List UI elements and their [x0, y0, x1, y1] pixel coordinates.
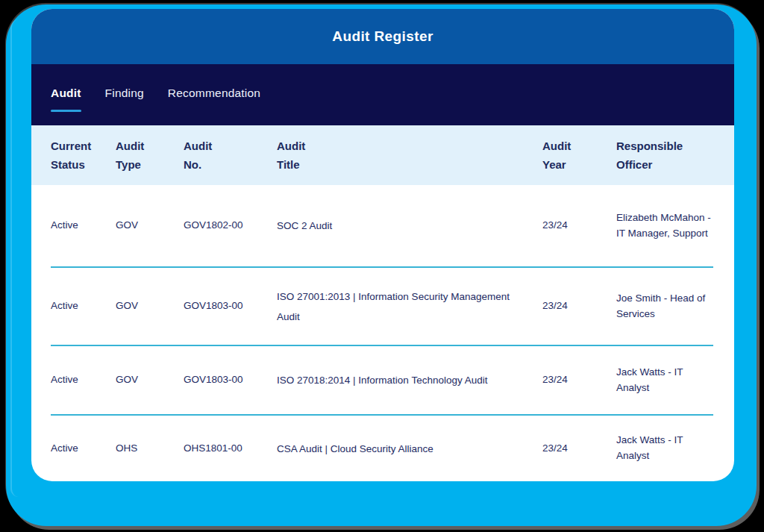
cell-audit-no: GOV1803-00 — [184, 372, 277, 388]
app-frame: Audit Register Audit Finding Recommendat… — [6, 4, 757, 526]
cell-current-status: Active — [51, 441, 116, 457]
col-header-responsible-officer: Responsible Officer — [616, 137, 713, 175]
cell-current-status: Active — [51, 298, 116, 314]
cell-audit-title: ISO 27018:2014 | Information Technology … — [277, 370, 542, 390]
audit-register-card: Audit Register Audit Finding Recommendat… — [31, 9, 734, 481]
cell-audit-year: 23/24 — [542, 218, 616, 234]
tab-finding[interactable]: Finding — [105, 87, 144, 112]
cell-current-status: Active — [51, 372, 116, 388]
cell-audit-title: SOC 2 Audit — [277, 216, 542, 236]
cell-current-status: Active — [51, 218, 116, 234]
tab-audit-label: Audit — [51, 87, 81, 100]
col-header-audit-title: Audit Title — [277, 137, 542, 175]
cell-audit-no: GOV1802-00 — [184, 218, 277, 234]
cell-audit-type: OHS — [116, 441, 184, 457]
col-header-current-status: Current Status — [51, 137, 116, 175]
col-header-audit-type: Audit Type — [116, 137, 184, 175]
frame-highlight — [10, 19, 27, 497]
tab-audit[interactable]: Audit — [51, 87, 81, 112]
cell-audit-year: 23/24 — [542, 441, 616, 457]
titlebar: Audit Register — [31, 9, 734, 64]
cell-audit-title: ISO 27001:2013 | Information Security Ma… — [277, 287, 542, 327]
cell-audit-no: GOV1803-00 — [184, 298, 277, 314]
cell-audit-no: OHS1801-00 — [184, 441, 277, 457]
table-row[interactable]: Active GOV GOV1802-00 SOC 2 Audit 23/24 … — [31, 185, 734, 266]
cell-audit-year: 23/24 — [542, 298, 616, 314]
active-tab-underline — [51, 110, 81, 112]
tab-recommendation[interactable]: Recommendation — [168, 87, 260, 112]
col-header-audit-no: Audit No. — [184, 137, 277, 175]
table-row[interactable]: Active GOV GOV1803-00 ISO 27001:2013 | I… — [31, 268, 734, 345]
table-header-row: Current Status Audit Type Audit No. Audi… — [31, 125, 734, 185]
cell-audit-type: GOV — [116, 298, 184, 314]
cell-responsible-officer: Jack Watts - IT Analyst — [616, 433, 713, 464]
cell-responsible-officer: Elizabeth McMahon - IT Manager, Support — [616, 210, 713, 242]
cell-responsible-officer: Jack Watts - IT Analyst — [616, 365, 713, 396]
cell-audit-type: GOV — [116, 218, 184, 234]
page-title: Audit Register — [332, 28, 433, 45]
cell-audit-type: GOV — [116, 372, 184, 388]
cell-responsible-officer: Joe Smith - Head of Services — [616, 291, 713, 322]
tab-bar: Audit Finding Recommendation — [31, 64, 734, 125]
cell-audit-title: CSA Audit | Cloud Security Alliance — [277, 439, 542, 459]
cell-audit-year: 23/24 — [542, 372, 616, 388]
col-header-audit-year: Audit Year — [542, 137, 616, 175]
table-row[interactable]: Active OHS OHS1801-00 CSA Audit | Cloud … — [31, 416, 734, 481]
table-row[interactable]: Active GOV GOV1803-00 ISO 27018:2014 | I… — [31, 346, 734, 414]
tab-recommendation-label: Recommendation — [168, 87, 260, 100]
tab-finding-label: Finding — [105, 87, 144, 100]
